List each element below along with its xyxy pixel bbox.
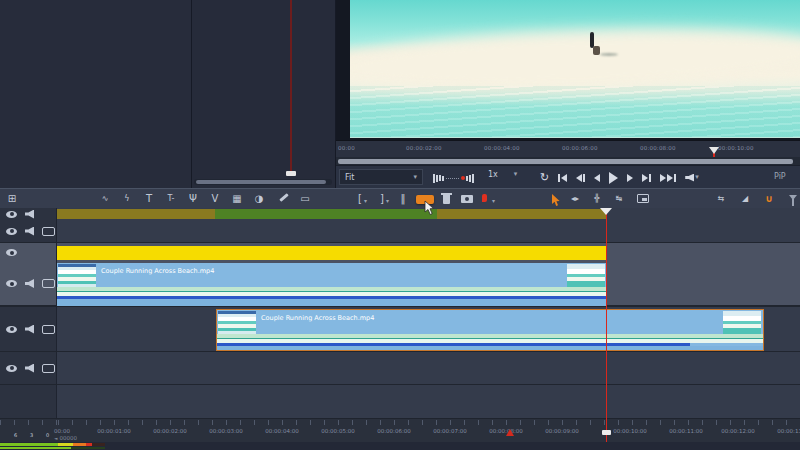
speaker-icon[interactable] (25, 325, 34, 334)
chevron-down-icon[interactable]: ▾ (386, 197, 389, 204)
video-clip-1[interactable]: Couple Running Across Beach.mp4 (57, 263, 607, 306)
play-button[interactable] (609, 172, 618, 184)
video-editor-app: 00:00 00:00:02:00 00:00:04:00 00:00:06:0… (0, 0, 800, 450)
timeline-ruler[interactable]: 00:00 00:00:01:00 00:00:02:00 00:00:03:0… (0, 418, 800, 442)
meter-scale-label: 3 (30, 432, 33, 438)
meter-scale-label: 0 (46, 432, 49, 438)
track-content[interactable] (57, 243, 800, 262)
panel-playhead-line (290, 0, 292, 172)
active-tool-button[interactable] (416, 195, 434, 204)
marker-icon[interactable] (482, 194, 487, 202)
meter-scale-label: 6 (14, 432, 17, 438)
track-header (0, 208, 57, 220)
video-person-shadow (600, 53, 618, 56)
filter-icon[interactable] (789, 195, 797, 200)
panel-playhead-handle[interactable] (286, 171, 296, 176)
overview-bar-olive[interactable] (57, 209, 215, 219)
ruler-label: 00:00:09:00 (545, 428, 579, 434)
track-content[interactable] (57, 220, 800, 242)
library-toggle-icon[interactable]: ⊞ (4, 192, 20, 206)
ruler-label: 00:00:02:00 (153, 428, 187, 434)
eye-icon[interactable] (6, 228, 17, 235)
chroma-key-icon[interactable]: V (207, 192, 223, 206)
previous-clip-button[interactable] (576, 174, 585, 182)
panel-scrollbar-thumb[interactable] (196, 180, 326, 184)
track-options-icon[interactable] (42, 227, 55, 236)
playhead-handle[interactable] (600, 208, 612, 215)
video-clip-2-selected[interactable]: Couple Running Across Beach.mp4 (216, 309, 764, 351)
eye-icon[interactable] (6, 326, 17, 333)
track-content[interactable] (57, 352, 800, 384)
speaker-icon[interactable] (25, 227, 34, 236)
chevron-down-icon: ▾ (514, 171, 518, 178)
track-transparency-icon[interactable] (637, 194, 649, 203)
loop-button[interactable]: ↻ (540, 172, 549, 183)
preview-scrollbar-thumb[interactable] (338, 159, 793, 164)
scrub-zoom-slider[interactable] (433, 173, 485, 183)
speaker-icon[interactable] (25, 364, 34, 373)
preview-ruler[interactable]: 00:00 00:00:02:00 00:00:04:00 00:00:06:0… (336, 140, 800, 157)
chevron-down-icon[interactable]: ▾ (364, 197, 367, 204)
track-content[interactable]: Couple Running Across Beach.mp4 (57, 307, 800, 351)
title-clip[interactable] (57, 246, 607, 260)
audio-ducking-icon[interactable]: ◢ (737, 192, 753, 206)
eye-icon[interactable] (6, 249, 17, 256)
preview-video-frame[interactable] (350, 0, 800, 138)
panel-horizontal-scrollbar[interactable] (194, 179, 332, 185)
preview-playhead-handle[interactable] (709, 147, 719, 154)
voice-over-mic-icon[interactable]: Ψ (185, 192, 201, 206)
track-2 (0, 220, 800, 243)
speaker-icon[interactable] (25, 279, 34, 288)
volume-button[interactable]: ▾ (685, 174, 699, 182)
slip-tool-icon[interactable]: ↹ (611, 192, 627, 206)
title-icon[interactable]: T (141, 192, 157, 206)
keyframe-bolt-icon[interactable]: ϟ (119, 192, 135, 206)
track-options-icon[interactable] (42, 279, 55, 288)
snapshot-icon[interactable] (461, 195, 473, 203)
ruler-label: 00:00:03:00 (209, 428, 243, 434)
overview-bar-green[interactable] (215, 209, 437, 219)
track-content[interactable] (57, 208, 800, 220)
timeline-marker[interactable] (506, 429, 514, 436)
next-clip-button[interactable] (642, 174, 651, 182)
preview-ruler-label: 00:00:06:00 (562, 145, 598, 151)
color-grade-icon[interactable]: ◑ (251, 192, 267, 206)
eye-icon[interactable] (6, 365, 17, 372)
track-content[interactable] (57, 385, 800, 418)
zoom-fit-dropdown[interactable]: Fit ▾ (339, 169, 423, 185)
eye-icon[interactable] (6, 211, 17, 218)
track-header (0, 385, 57, 418)
paint-tool-icon[interactable] (279, 193, 289, 202)
step-forward-button[interactable] (627, 174, 633, 182)
jump-to-start-button[interactable] (558, 174, 567, 182)
library-panel[interactable] (0, 0, 192, 188)
playback-speed-dropdown[interactable]: 1x ▾ (488, 170, 517, 179)
speaker-icon[interactable] (25, 210, 34, 219)
preview-scrollbar[interactable] (336, 157, 800, 165)
magnet-snap-icon[interactable]: ∪ (761, 192, 777, 206)
eye-icon[interactable] (6, 280, 17, 287)
track-options-icon[interactable] (42, 364, 55, 373)
multicam-grid-icon[interactable]: ▦ (229, 192, 245, 206)
step-back-button[interactable] (594, 174, 600, 182)
jump-end-icon (660, 174, 666, 182)
jump-to-end-button[interactable] (660, 174, 676, 182)
audio-level-meter: 6 3 0 (0, 438, 110, 450)
slider-handle[interactable] (461, 176, 465, 180)
track-title (0, 243, 800, 262)
playhead-ruler-thumb[interactable] (602, 430, 611, 435)
track-options-icon[interactable] (42, 325, 55, 334)
pip-label[interactable]: PiP (774, 172, 786, 181)
waveform-icon[interactable]: ∿ (97, 192, 113, 206)
chevron-down-icon[interactable]: ▾ (492, 197, 495, 204)
pan-zoom-icon[interactable]: ╬ (589, 192, 605, 206)
trim-mode-icon[interactable]: ◂▸ (567, 192, 583, 206)
delete-icon[interactable] (443, 195, 450, 204)
audio-mixer-icon[interactable]: ⇆ (713, 192, 729, 206)
secondary-panel[interactable] (192, 0, 336, 188)
subtitle-icon[interactable]: T- (163, 192, 179, 206)
overview-bar-olive[interactable] (437, 209, 607, 219)
track-content[interactable]: Couple Running Across Beach.mp4 (57, 262, 800, 305)
screen-capture-icon[interactable]: ▭ (297, 192, 313, 206)
split-clip-icon[interactable]: ‖ (395, 192, 411, 206)
